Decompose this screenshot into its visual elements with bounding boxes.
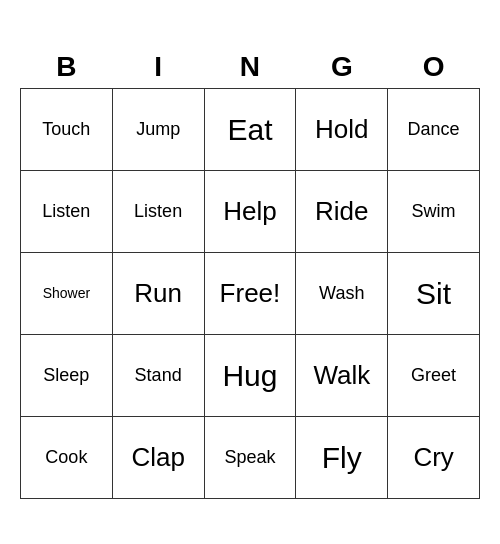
- cell-text-1-1: Listen: [117, 201, 200, 223]
- bingo-cell-1-0: Listen: [21, 171, 113, 253]
- header-letter-n: N: [204, 45, 296, 89]
- cell-text-2-3: Wash: [300, 283, 383, 305]
- bingo-cell-0-3: Hold: [296, 89, 388, 171]
- bingo-cell-1-4: Swim: [388, 171, 480, 253]
- bingo-cell-3-0: Sleep: [21, 335, 113, 417]
- cell-text-4-0: Cook: [25, 447, 108, 469]
- bingo-cell-2-1: Run: [112, 253, 204, 335]
- cell-text-1-2: Help: [209, 196, 292, 227]
- header-letter-g: G: [296, 45, 388, 89]
- cell-text-1-4: Swim: [392, 201, 475, 223]
- cell-text-2-2: Free!: [209, 278, 292, 309]
- cell-text-0-3: Hold: [300, 114, 383, 145]
- cell-text-3-1: Stand: [117, 365, 200, 387]
- bingo-row-3: SleepStandHugWalkGreet: [21, 335, 480, 417]
- cell-text-0-0: Touch: [25, 119, 108, 141]
- cell-text-1-0: Listen: [25, 201, 108, 223]
- header-letter-b: B: [21, 45, 113, 89]
- bingo-card: BINGO TouchJumpEatHoldDanceListenListenH…: [20, 45, 480, 500]
- header-letter-o: O: [388, 45, 480, 89]
- bingo-cell-0-4: Dance: [388, 89, 480, 171]
- bingo-cell-4-4: Cry: [388, 417, 480, 499]
- bingo-cell-4-2: Speak: [204, 417, 296, 499]
- bingo-row-0: TouchJumpEatHoldDance: [21, 89, 480, 171]
- bingo-cell-3-3: Walk: [296, 335, 388, 417]
- cell-text-4-3: Fly: [300, 440, 383, 476]
- cell-text-1-3: Ride: [300, 196, 383, 227]
- bingo-row-1: ListenListenHelpRideSwim: [21, 171, 480, 253]
- bingo-cell-0-1: Jump: [112, 89, 204, 171]
- cell-text-3-4: Greet: [392, 365, 475, 387]
- bingo-row-2: ShowerRunFree!WashSit: [21, 253, 480, 335]
- bingo-cell-2-0: Shower: [21, 253, 113, 335]
- cell-text-0-2: Eat: [209, 112, 292, 148]
- cell-text-2-4: Sit: [392, 276, 475, 312]
- bingo-cell-2-4: Sit: [388, 253, 480, 335]
- cell-text-0-1: Jump: [117, 119, 200, 141]
- bingo-cell-0-2: Eat: [204, 89, 296, 171]
- cell-text-3-3: Walk: [300, 360, 383, 391]
- cell-text-4-1: Clap: [117, 442, 200, 473]
- bingo-cell-3-2: Hug: [204, 335, 296, 417]
- cell-text-3-2: Hug: [209, 358, 292, 394]
- bingo-cell-1-3: Ride: [296, 171, 388, 253]
- cell-text-4-4: Cry: [392, 442, 475, 473]
- bingo-cell-3-1: Stand: [112, 335, 204, 417]
- cell-text-3-0: Sleep: [25, 365, 108, 387]
- bingo-cell-4-3: Fly: [296, 417, 388, 499]
- bingo-cell-2-2: Free!: [204, 253, 296, 335]
- cell-text-0-4: Dance: [392, 119, 475, 141]
- header-letter-i: I: [112, 45, 204, 89]
- bingo-cell-0-0: Touch: [21, 89, 113, 171]
- bingo-cell-3-4: Greet: [388, 335, 480, 417]
- bingo-cell-4-0: Cook: [21, 417, 113, 499]
- cell-text-2-1: Run: [117, 278, 200, 309]
- bingo-header-row: BINGO: [21, 45, 480, 89]
- bingo-cell-2-3: Wash: [296, 253, 388, 335]
- bingo-cell-1-1: Listen: [112, 171, 204, 253]
- bingo-cell-1-2: Help: [204, 171, 296, 253]
- cell-text-4-2: Speak: [209, 447, 292, 469]
- bingo-row-4: CookClapSpeakFlyCry: [21, 417, 480, 499]
- bingo-cell-4-1: Clap: [112, 417, 204, 499]
- cell-text-2-0: Shower: [25, 285, 108, 302]
